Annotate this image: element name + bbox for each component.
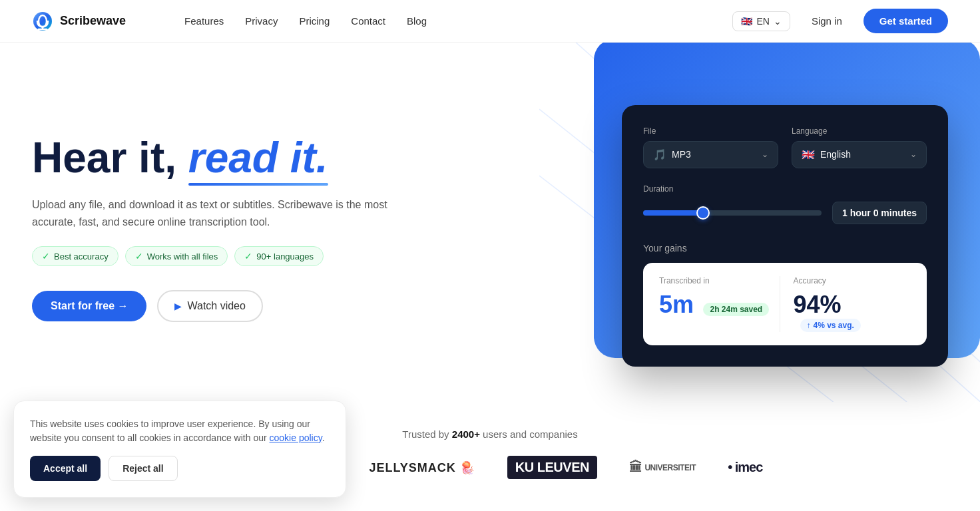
- logo-kuleuven: KU LEUVEN: [507, 456, 597, 479]
- logo-universiteit: 🏛UNIVERSITEIT: [629, 460, 696, 475]
- cookie-banner: This website uses cookies to improve use…: [13, 401, 346, 492]
- check-icon: ✓: [42, 251, 50, 261]
- music-icon: 🎵: [653, 148, 666, 161]
- badge-files: ✓ Works with all files: [125, 246, 228, 266]
- watch-video-button[interactable]: ▶ Watch video: [157, 290, 262, 322]
- hero-heading: Hear it, read it.: [32, 136, 391, 180]
- hero-left: Hear it, read it. Upload any file, and d…: [32, 136, 391, 322]
- nav-blog[interactable]: Blog: [407, 15, 427, 27]
- accuracy-col: Accuracy 94% ↑ 4% vs avg.: [780, 276, 911, 332]
- get-started-button[interactable]: Get started: [863, 9, 948, 33]
- nav-privacy[interactable]: Privacy: [245, 15, 278, 27]
- logo-jellysmack: JELLYSMACK 🪼: [369, 460, 475, 475]
- accuracy-value: 94%: [794, 291, 842, 318]
- demo-card: File 🎵 MP3 ⌄ Language 🇬🇧 Engl: [622, 105, 948, 367]
- badge-languages: ✓ 90+ languages: [234, 246, 324, 266]
- chevron-down-icon: ⌄: [910, 150, 917, 159]
- start-free-button[interactable]: Start for free →: [32, 291, 146, 321]
- feature-badges: ✓ Best accuracy ✓ Works with all files ✓…: [32, 246, 391, 266]
- cookie-text: This website uses cookies to improve use…: [30, 417, 330, 445]
- gains-title: Your gains: [643, 243, 927, 254]
- hero-right: File 🎵 MP3 ⌄ Language 🇬🇧 Engl: [622, 92, 948, 367]
- chevron-down-icon: ⌄: [774, 16, 782, 27]
- badge-accuracy: ✓ Best accuracy: [32, 246, 119, 266]
- transcribed-col: Transcribed in 5m 2h 24m saved: [659, 276, 777, 332]
- nav-links: Features Privacy Pricing Contact Blog: [152, 0, 459, 43]
- file-select[interactable]: 🎵 MP3 ⌄: [643, 141, 778, 168]
- accept-cookies-button[interactable]: Accept all: [30, 456, 101, 481]
- logo-text: Scribewave: [60, 14, 126, 28]
- accuracy-badge: ↑ 4% vs avg.: [800, 319, 861, 332]
- cookie-policy-link[interactable]: cookie policy: [270, 432, 322, 443]
- file-field: File 🎵 MP3 ⌄: [643, 126, 778, 168]
- check-icon: ✓: [135, 251, 143, 261]
- chevron-down-icon: ⌄: [762, 150, 768, 159]
- gains-card: Transcribed in 5m 2h 24m saved Accuracy …: [643, 263, 927, 345]
- hero-description: Upload any file, and download it as text…: [32, 196, 391, 230]
- duration-section: Duration 1 hour 0 minutes: [643, 184, 927, 224]
- transcribed-value: 5m: [659, 291, 694, 318]
- sign-in-link[interactable]: Sign in: [801, 10, 853, 32]
- reject-cookies-button[interactable]: Reject all: [109, 456, 177, 481]
- duration-slider[interactable]: [643, 210, 822, 216]
- logo-icon: [32, 11, 53, 32]
- logo-imec: • imec: [728, 460, 762, 475]
- arrow-up-icon: ↑: [807, 321, 811, 330]
- language-selector[interactable]: 🇬🇧 EN ⌄: [732, 11, 790, 31]
- logo[interactable]: Scribewave: [32, 11, 126, 32]
- uk-flag-icon: 🇬🇧: [802, 148, 815, 161]
- language-field: Language 🇬🇧 English ⌄: [792, 126, 927, 168]
- duration-value: 1 hour 0 minutes: [832, 202, 927, 224]
- language-select[interactable]: 🇬🇧 English ⌄: [792, 141, 927, 168]
- play-icon: ▶: [174, 301, 182, 311]
- lang-code: EN: [756, 16, 769, 27]
- saved-badge: 2h 24m saved: [703, 303, 769, 316]
- nav-contact[interactable]: Contact: [351, 15, 385, 27]
- nav-pricing[interactable]: Pricing: [299, 15, 330, 27]
- check-icon: ✓: [244, 251, 252, 261]
- flag-icon: 🇬🇧: [741, 16, 752, 27]
- nav-features[interactable]: Features: [184, 15, 224, 27]
